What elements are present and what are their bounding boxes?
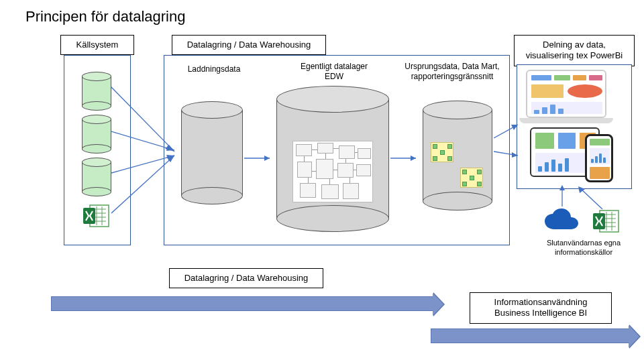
- staging-cylinder: [181, 110, 243, 196]
- user-excel-icon: [593, 209, 620, 233]
- delivery-text-1: Delning av data,: [543, 40, 606, 50]
- bottom-bi-label: Informationsanvändning Business Intellig…: [470, 292, 612, 324]
- bottom-dw-label: Datalagring / Data Warehousing: [169, 268, 323, 288]
- source-excel-icon: [83, 204, 110, 228]
- bottom-dw-arrow: [51, 296, 433, 311]
- warehouse-label: Datalagring / Data Warehousing: [172, 35, 326, 55]
- edw-sublabel: Egentligt datalager EDW: [287, 62, 381, 82]
- source-db-3: [82, 162, 111, 192]
- delivery-text-2: visualisering tex PowerBi: [526, 50, 623, 60]
- source-systems-label: Källsystem: [60, 35, 134, 55]
- enduser-sources-caption: Slutanvändarnas egna informationskällor: [537, 239, 631, 257]
- edw-schema-thumb: [292, 141, 373, 202]
- source-db-1: [82, 76, 111, 106]
- warehouse-text: Datalagring / Data Warehousing: [187, 40, 311, 50]
- source-systems-text: Källsystem: [76, 40, 119, 50]
- source-db-2: [82, 119, 111, 149]
- page-title: Principen för datalagring: [25, 8, 185, 25]
- mart-star-thumb: [431, 142, 486, 190]
- delivery-label: Delning av data, visualisering tex Power…: [514, 35, 635, 66]
- bottom-bi-arrow: [431, 328, 629, 343]
- mart-sublabel: Ursprungsdata, Data Mart, rapporteringsg…: [398, 62, 506, 82]
- onedrive-icon: [542, 208, 581, 235]
- svg-line-34: [580, 188, 602, 209]
- staging-sublabel: Laddningsdata: [177, 64, 251, 74]
